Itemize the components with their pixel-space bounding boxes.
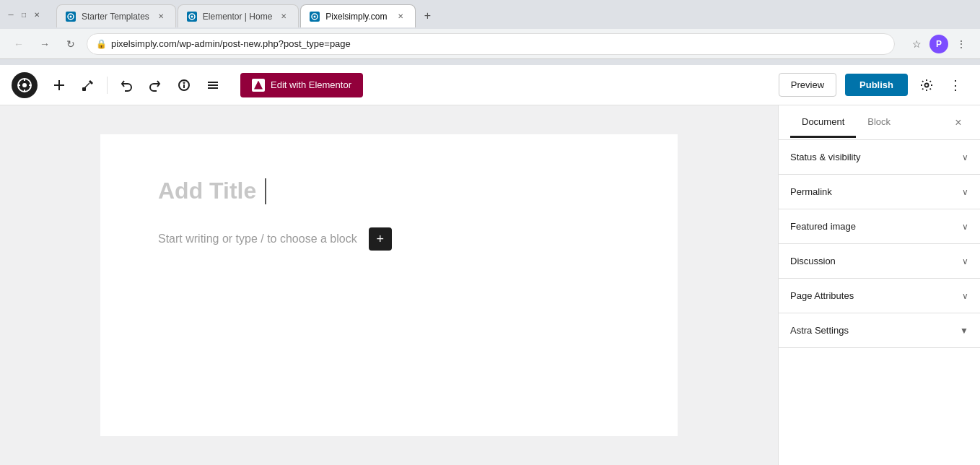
page-attributes-chevron: ∨ [962, 291, 968, 301]
forward-button[interactable]: → [35, 34, 55, 54]
status-visibility-header[interactable]: Status & visibility ∨ [779, 140, 980, 174]
list-view-button[interactable] [200, 72, 226, 98]
permalink-section: Permalink ∨ [779, 175, 980, 209]
discussion-chevron: ∨ [962, 256, 968, 266]
title-placeholder-text: Add Title [158, 178, 256, 204]
block-placeholder[interactable]: Start writing or type / to choose a bloc… [158, 227, 620, 251]
address-bar-row: ← → ↻ 🔒 pixelsimply.com/wp-admin/post-ne… [0, 29, 980, 59]
sidebar-sections: Status & visibility ∨ Permalink ∨ Featur… [779, 140, 980, 465]
astra-settings-label: Astra Settings [790, 325, 849, 336]
minimize-button[interactable]: ─ [6, 9, 16, 19]
discussion-header[interactable]: Discussion ∨ [779, 244, 980, 278]
status-visibility-label: Status & visibility [790, 152, 861, 162]
featured-image-section: Featured image ∨ [779, 209, 980, 244]
editor-content: Add Title Start writing or type / to cho… [100, 134, 678, 436]
wp-toolbar: Edit with Elementor Preview Publish ⋮ [0, 65, 980, 105]
featured-image-header[interactable]: Featured image ∨ [779, 209, 980, 243]
browser-actions: ☆ P ⋮ [906, 34, 971, 54]
elementor-logo [254, 81, 263, 90]
browser-tab-pixelsimply[interactable]: Pixelsimply.com ✕ [300, 4, 416, 27]
window-controls: ─ □ ✕ [6, 9, 42, 19]
tab-title-2: Elementor | Home [203, 12, 273, 22]
svg-point-21 [925, 83, 929, 87]
astra-settings-section: Astra Settings ▼ [779, 313, 980, 348]
page-attributes-header[interactable]: Page Attributes ∨ [779, 279, 980, 313]
block-tab[interactable]: Block [856, 108, 902, 138]
svg-point-1 [70, 15, 72, 17]
astra-settings-chevron: ▼ [960, 326, 968, 336]
permalink-header[interactable]: Permalink ∨ [779, 175, 980, 209]
preview-button[interactable]: Preview [779, 73, 836, 97]
svg-rect-14 [82, 87, 86, 91]
svg-rect-19 [208, 84, 218, 86]
browser-chrome: ─ □ ✕ Starter Templates ✕ Elementor | Ho… [0, 0, 980, 65]
tab-close-1[interactable]: ✕ [155, 11, 167, 22]
page-attributes-label: Page Attributes [790, 290, 854, 301]
add-block-button[interactable]: + [369, 227, 392, 251]
discussion-label: Discussion [790, 256, 836, 266]
elementor-icon [252, 79, 265, 92]
editor-body: Add Title Start writing or type / to cho… [0, 105, 980, 465]
astra-settings-header[interactable]: Astra Settings ▼ [779, 313, 980, 347]
status-visibility-chevron: ∨ [962, 152, 968, 162]
address-text: pixelsimply.com/wp-admin/post-new.php?po… [111, 38, 351, 49]
tools-button[interactable] [75, 72, 101, 98]
tab-close-2[interactable]: ✕ [278, 11, 289, 22]
svg-point-7 [22, 83, 27, 87]
bookmark-button[interactable]: ☆ [906, 34, 927, 54]
tab-favicon-2 [187, 12, 197, 22]
wp-logo[interactable] [12, 72, 38, 98]
profile-avatar[interactable]: P [929, 35, 948, 53]
elementor-button-label: Edit with Elementor [271, 79, 351, 90]
browser-tab-elementor[interactable]: Elementor | Home ✕ [178, 4, 299, 27]
tabs-row: Starter Templates ✕ Elementor | Home ✕ P… [51, 1, 443, 27]
permalink-label: Permalink [790, 186, 832, 197]
maximize-button[interactable]: □ [19, 9, 29, 19]
redo-button[interactable] [142, 72, 168, 98]
undo-button[interactable] [113, 72, 139, 98]
status-visibility-section: Status & visibility ∨ [779, 140, 980, 175]
svg-point-17 [184, 82, 185, 83]
lock-icon: 🔒 [96, 39, 107, 49]
right-sidebar: Document Block × Status & visibility ∨ [778, 105, 980, 465]
tab-close-3[interactable]: ✕ [395, 11, 406, 22]
block-placeholder-text: Start writing or type / to choose a bloc… [158, 232, 357, 245]
edit-with-elementor-button[interactable]: Edit with Elementor [240, 73, 363, 97]
text-cursor [265, 178, 266, 204]
tab-favicon-3 [310, 12, 320, 22]
wp-editor: Edit with Elementor Preview Publish ⋮ Ad… [0, 65, 980, 465]
svg-point-5 [314, 15, 316, 17]
tab-title-1: Starter Templates [82, 12, 149, 22]
publish-button[interactable]: Publish [845, 74, 908, 96]
tab-favicon-1 [66, 12, 76, 22]
document-settings-button[interactable] [914, 72, 940, 98]
browser-tab-starter-templates[interactable]: Starter Templates ✕ [56, 4, 176, 27]
tab-title-3: Pixelsimply.com [325, 12, 387, 22]
browser-menu-button[interactable]: ⋮ [951, 34, 971, 54]
new-tab-button[interactable]: + [417, 6, 437, 26]
toolbar-divider-1 [107, 77, 108, 94]
info-button[interactable] [171, 72, 197, 98]
add-block-toolbar-button[interactable] [46, 72, 72, 98]
back-button[interactable]: ← [9, 34, 29, 54]
reload-button[interactable]: ↻ [61, 34, 81, 54]
document-tab[interactable]: Document [790, 108, 856, 138]
main-editing-area[interactable]: Add Title Start writing or type / to cho… [0, 105, 778, 465]
svg-point-3 [191, 15, 193, 17]
discussion-section: Discussion ∨ [779, 244, 980, 279]
close-window-button[interactable]: ✕ [32, 9, 42, 19]
sidebar-header: Document Block × [779, 105, 980, 140]
browser-titlebar: ─ □ ✕ Starter Templates ✕ Elementor | Ho… [0, 0, 980, 29]
address-bar[interactable]: 🔒 pixelsimply.com/wp-admin/post-new.php?… [87, 33, 895, 55]
featured-image-label: Featured image [790, 221, 856, 232]
svg-rect-18 [208, 82, 218, 83]
more-options-button[interactable]: ⋮ [942, 72, 968, 98]
featured-image-chevron: ∨ [962, 222, 968, 232]
sidebar-close-button[interactable]: × [948, 113, 968, 133]
page-title-input[interactable]: Add Title [158, 178, 620, 204]
permalink-chevron: ∨ [962, 187, 968, 197]
page-attributes-section: Page Attributes ∨ [779, 279, 980, 313]
svg-rect-20 [208, 87, 218, 89]
svg-rect-13 [54, 84, 64, 86]
